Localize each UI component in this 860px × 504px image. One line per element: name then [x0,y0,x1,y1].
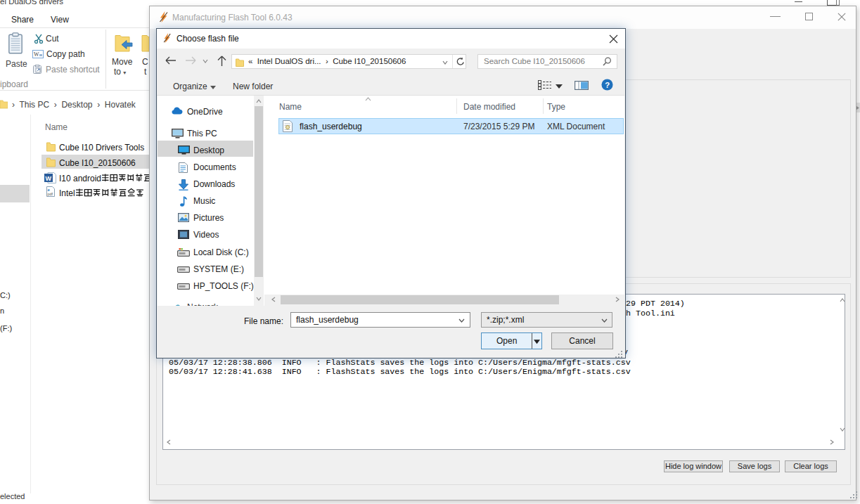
svg-text:?: ? [605,81,610,89]
svg-text:pdf: pdf [48,192,53,196]
svg-text:W: W [46,175,52,182]
svg-text:W: W [34,51,39,58]
